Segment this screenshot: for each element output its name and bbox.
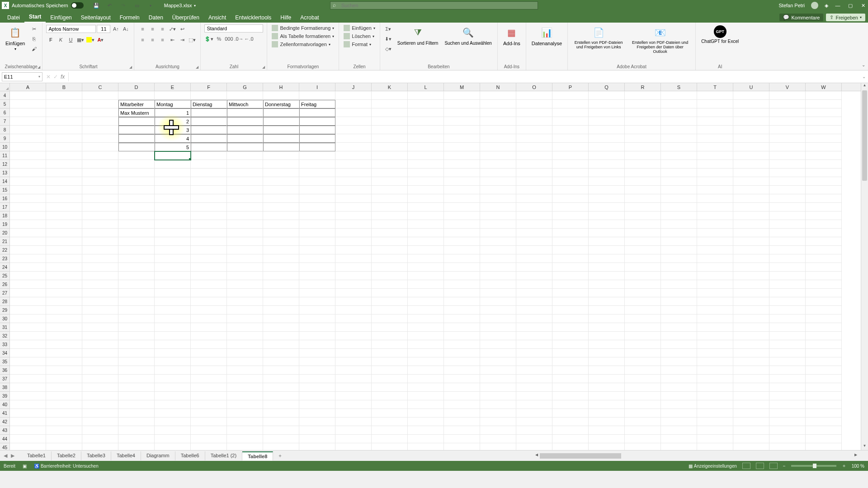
cell[interactable]	[733, 280, 769, 289]
cell[interactable]	[263, 169, 299, 177]
cell[interactable]	[155, 375, 191, 383]
cell[interactable]	[480, 357, 516, 366]
cell[interactable]	[335, 169, 372, 177]
cell[interactable]	[408, 272, 444, 280]
align-right-button[interactable]: ≡	[158, 35, 167, 44]
comma-button[interactable]: 000	[224, 34, 233, 43]
cell[interactable]	[516, 211, 552, 220]
cell[interactable]	[552, 375, 589, 383]
cell[interactable]	[661, 280, 697, 289]
cell[interactable]	[227, 314, 263, 323]
cell[interactable]	[299, 297, 335, 306]
sheet-nav-next-icon[interactable]: ▶	[11, 453, 14, 459]
cell[interactable]	[733, 400, 769, 409]
font-name-input[interactable]	[46, 25, 96, 33]
cell[interactable]	[408, 91, 444, 100]
cell[interactable]	[516, 357, 552, 366]
cell[interactable]	[516, 272, 552, 280]
cell[interactable]	[516, 126, 552, 134]
cell[interactable]	[769, 177, 806, 186]
cell[interactable]	[589, 186, 625, 194]
cell[interactable]	[118, 117, 155, 126]
document-name[interactable]: Mappe3.xlsx	[164, 3, 192, 8]
cell[interactable]	[227, 375, 263, 383]
cell[interactable]	[552, 263, 589, 272]
cell[interactable]	[697, 340, 733, 349]
zoom-out-button[interactable]: −	[783, 464, 786, 469]
row-header[interactable]: 12	[0, 160, 10, 169]
cell[interactable]	[552, 323, 589, 332]
cell[interactable]	[82, 211, 118, 220]
cell[interactable]	[46, 306, 82, 314]
cell[interactable]	[806, 263, 842, 272]
cell[interactable]	[10, 263, 46, 272]
cell[interactable]	[697, 426, 733, 435]
cell[interactable]	[444, 409, 480, 418]
cell[interactable]	[769, 151, 806, 160]
cell[interactable]	[82, 194, 118, 203]
cell[interactable]	[191, 126, 227, 134]
cell[interactable]	[155, 91, 191, 100]
cell[interactable]	[263, 435, 299, 443]
cell[interactable]	[661, 409, 697, 418]
cut-button[interactable]: ✂	[29, 24, 38, 33]
cell[interactable]	[697, 314, 733, 323]
cell[interactable]	[82, 272, 118, 280]
cell[interactable]	[697, 203, 733, 211]
cell[interactable]	[46, 263, 82, 272]
cell[interactable]	[118, 211, 155, 220]
cell[interactable]	[155, 332, 191, 340]
cell[interactable]	[589, 100, 625, 108]
cell[interactable]	[263, 177, 299, 186]
cell[interactable]	[806, 314, 842, 323]
user-name[interactable]: Stefan Petri	[779, 3, 805, 8]
cell[interactable]	[263, 272, 299, 280]
delete-cells-button[interactable]: Löschen▾	[343, 33, 375, 40]
cell[interactable]	[191, 289, 227, 297]
name-box[interactable]: E11▾	[2, 72, 42, 81]
cell[interactable]	[444, 143, 480, 151]
cell[interactable]	[769, 143, 806, 151]
cell[interactable]	[82, 108, 118, 117]
cell[interactable]	[191, 143, 227, 151]
cell[interactable]	[335, 134, 372, 143]
cell[interactable]	[299, 349, 335, 357]
cell[interactable]	[516, 246, 552, 254]
cell[interactable]	[10, 289, 46, 297]
cell[interactable]	[191, 306, 227, 314]
cell[interactable]	[552, 297, 589, 306]
cell[interactable]	[480, 229, 516, 237]
cell[interactable]	[335, 254, 372, 263]
collapse-ribbon-button[interactable]: ⌄	[862, 62, 865, 67]
cell[interactable]	[118, 332, 155, 340]
cell[interactable]	[227, 400, 263, 409]
cell[interactable]	[444, 280, 480, 289]
cell[interactable]	[155, 340, 191, 349]
cell[interactable]	[299, 418, 335, 426]
cancel-formula-icon[interactable]: ✕	[46, 74, 51, 80]
cell[interactable]	[589, 340, 625, 349]
increase-font-button[interactable]: A↑	[111, 24, 120, 33]
cell[interactable]	[516, 349, 552, 357]
cell[interactable]	[552, 160, 589, 169]
cell[interactable]	[552, 306, 589, 314]
cell[interactable]	[480, 349, 516, 357]
cell[interactable]	[589, 409, 625, 418]
cell[interactable]	[227, 177, 263, 186]
cell[interactable]	[697, 263, 733, 272]
cell[interactable]	[46, 169, 82, 177]
cell[interactable]	[191, 357, 227, 366]
cell[interactable]	[335, 220, 372, 229]
cell[interactable]	[118, 280, 155, 289]
cell[interactable]	[227, 297, 263, 306]
cell[interactable]	[263, 186, 299, 194]
cell[interactable]	[516, 229, 552, 237]
cell[interactable]	[480, 220, 516, 229]
cell[interactable]	[46, 177, 82, 186]
cell[interactable]	[408, 194, 444, 203]
row-header[interactable]: 36	[0, 366, 10, 375]
cell[interactable]	[806, 289, 842, 297]
close-button[interactable]: ✕	[860, 3, 866, 9]
cell[interactable]	[155, 211, 191, 220]
cell[interactable]	[155, 177, 191, 186]
